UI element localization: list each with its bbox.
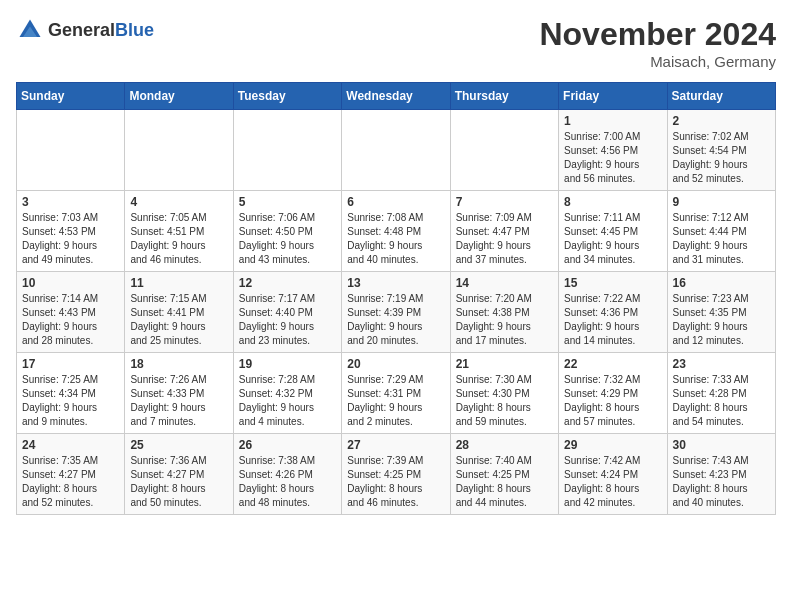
calendar-week-1: 1Sunrise: 7:00 AM Sunset: 4:56 PM Daylig… [17, 110, 776, 191]
calendar-day: 21Sunrise: 7:30 AM Sunset: 4:30 PM Dayli… [450, 353, 558, 434]
column-header-friday: Friday [559, 83, 667, 110]
calendar-day: 30Sunrise: 7:43 AM Sunset: 4:23 PM Dayli… [667, 434, 775, 515]
calendar-day [233, 110, 341, 191]
calendar-day: 23Sunrise: 7:33 AM Sunset: 4:28 PM Dayli… [667, 353, 775, 434]
day-info: Sunrise: 7:36 AM Sunset: 4:27 PM Dayligh… [130, 454, 227, 510]
day-info: Sunrise: 7:09 AM Sunset: 4:47 PM Dayligh… [456, 211, 553, 267]
calendar-day: 12Sunrise: 7:17 AM Sunset: 4:40 PM Dayli… [233, 272, 341, 353]
calendar-day: 22Sunrise: 7:32 AM Sunset: 4:29 PM Dayli… [559, 353, 667, 434]
day-info: Sunrise: 7:03 AM Sunset: 4:53 PM Dayligh… [22, 211, 119, 267]
day-number: 20 [347, 357, 444, 371]
day-info: Sunrise: 7:29 AM Sunset: 4:31 PM Dayligh… [347, 373, 444, 429]
calendar-day [17, 110, 125, 191]
day-number: 29 [564, 438, 661, 452]
page-header: GeneralBlue November 2024 Maisach, Germa… [16, 16, 776, 70]
day-info: Sunrise: 7:23 AM Sunset: 4:35 PM Dayligh… [673, 292, 770, 348]
day-number: 30 [673, 438, 770, 452]
column-header-tuesday: Tuesday [233, 83, 341, 110]
day-info: Sunrise: 7:32 AM Sunset: 4:29 PM Dayligh… [564, 373, 661, 429]
column-header-wednesday: Wednesday [342, 83, 450, 110]
day-number: 23 [673, 357, 770, 371]
calendar-day: 25Sunrise: 7:36 AM Sunset: 4:27 PM Dayli… [125, 434, 233, 515]
day-number: 11 [130, 276, 227, 290]
calendar-day: 19Sunrise: 7:28 AM Sunset: 4:32 PM Dayli… [233, 353, 341, 434]
calendar-day: 28Sunrise: 7:40 AM Sunset: 4:25 PM Dayli… [450, 434, 558, 515]
calendar-day: 20Sunrise: 7:29 AM Sunset: 4:31 PM Dayli… [342, 353, 450, 434]
calendar-week-3: 10Sunrise: 7:14 AM Sunset: 4:43 PM Dayli… [17, 272, 776, 353]
day-number: 5 [239, 195, 336, 209]
day-info: Sunrise: 7:33 AM Sunset: 4:28 PM Dayligh… [673, 373, 770, 429]
day-number: 14 [456, 276, 553, 290]
day-number: 8 [564, 195, 661, 209]
day-info: Sunrise: 7:12 AM Sunset: 4:44 PM Dayligh… [673, 211, 770, 267]
title-block: November 2024 Maisach, Germany [539, 16, 776, 70]
calendar-day: 29Sunrise: 7:42 AM Sunset: 4:24 PM Dayli… [559, 434, 667, 515]
day-info: Sunrise: 7:43 AM Sunset: 4:23 PM Dayligh… [673, 454, 770, 510]
calendar-day: 11Sunrise: 7:15 AM Sunset: 4:41 PM Dayli… [125, 272, 233, 353]
day-number: 19 [239, 357, 336, 371]
calendar-day: 18Sunrise: 7:26 AM Sunset: 4:33 PM Dayli… [125, 353, 233, 434]
day-number: 7 [456, 195, 553, 209]
day-number: 17 [22, 357, 119, 371]
day-number: 10 [22, 276, 119, 290]
calendar-day: 16Sunrise: 7:23 AM Sunset: 4:35 PM Dayli… [667, 272, 775, 353]
day-number: 15 [564, 276, 661, 290]
day-info: Sunrise: 7:08 AM Sunset: 4:48 PM Dayligh… [347, 211, 444, 267]
column-header-thursday: Thursday [450, 83, 558, 110]
day-number: 24 [22, 438, 119, 452]
day-info: Sunrise: 7:11 AM Sunset: 4:45 PM Dayligh… [564, 211, 661, 267]
logo-icon [16, 16, 44, 44]
location-subtitle: Maisach, Germany [539, 53, 776, 70]
calendar-day: 14Sunrise: 7:20 AM Sunset: 4:38 PM Dayli… [450, 272, 558, 353]
calendar-day: 2Sunrise: 7:02 AM Sunset: 4:54 PM Daylig… [667, 110, 775, 191]
calendar-table: SundayMondayTuesdayWednesdayThursdayFrid… [16, 82, 776, 515]
calendar-day [450, 110, 558, 191]
calendar-day: 13Sunrise: 7:19 AM Sunset: 4:39 PM Dayli… [342, 272, 450, 353]
calendar-day: 6Sunrise: 7:08 AM Sunset: 4:48 PM Daylig… [342, 191, 450, 272]
logo: GeneralBlue [16, 16, 154, 44]
month-title: November 2024 [539, 16, 776, 53]
day-info: Sunrise: 7:05 AM Sunset: 4:51 PM Dayligh… [130, 211, 227, 267]
day-info: Sunrise: 7:30 AM Sunset: 4:30 PM Dayligh… [456, 373, 553, 429]
calendar-day: 9Sunrise: 7:12 AM Sunset: 4:44 PM Daylig… [667, 191, 775, 272]
calendar-day: 24Sunrise: 7:35 AM Sunset: 4:27 PM Dayli… [17, 434, 125, 515]
day-info: Sunrise: 7:35 AM Sunset: 4:27 PM Dayligh… [22, 454, 119, 510]
calendar-week-4: 17Sunrise: 7:25 AM Sunset: 4:34 PM Dayli… [17, 353, 776, 434]
day-number: 27 [347, 438, 444, 452]
day-info: Sunrise: 7:22 AM Sunset: 4:36 PM Dayligh… [564, 292, 661, 348]
column-header-sunday: Sunday [17, 83, 125, 110]
calendar-day: 17Sunrise: 7:25 AM Sunset: 4:34 PM Dayli… [17, 353, 125, 434]
day-number: 26 [239, 438, 336, 452]
day-info: Sunrise: 7:02 AM Sunset: 4:54 PM Dayligh… [673, 130, 770, 186]
day-number: 25 [130, 438, 227, 452]
calendar-week-2: 3Sunrise: 7:03 AM Sunset: 4:53 PM Daylig… [17, 191, 776, 272]
day-number: 9 [673, 195, 770, 209]
day-number: 16 [673, 276, 770, 290]
column-header-monday: Monday [125, 83, 233, 110]
calendar-day: 10Sunrise: 7:14 AM Sunset: 4:43 PM Dayli… [17, 272, 125, 353]
calendar-day [125, 110, 233, 191]
day-info: Sunrise: 7:40 AM Sunset: 4:25 PM Dayligh… [456, 454, 553, 510]
day-info: Sunrise: 7:26 AM Sunset: 4:33 PM Dayligh… [130, 373, 227, 429]
day-info: Sunrise: 7:06 AM Sunset: 4:50 PM Dayligh… [239, 211, 336, 267]
day-number: 6 [347, 195, 444, 209]
day-info: Sunrise: 7:28 AM Sunset: 4:32 PM Dayligh… [239, 373, 336, 429]
day-number: 18 [130, 357, 227, 371]
calendar-day: 1Sunrise: 7:00 AM Sunset: 4:56 PM Daylig… [559, 110, 667, 191]
day-info: Sunrise: 7:38 AM Sunset: 4:26 PM Dayligh… [239, 454, 336, 510]
day-info: Sunrise: 7:00 AM Sunset: 4:56 PM Dayligh… [564, 130, 661, 186]
logo-blue: Blue [115, 20, 154, 40]
logo-text: GeneralBlue [48, 20, 154, 41]
day-info: Sunrise: 7:15 AM Sunset: 4:41 PM Dayligh… [130, 292, 227, 348]
calendar-day: 8Sunrise: 7:11 AM Sunset: 4:45 PM Daylig… [559, 191, 667, 272]
day-number: 4 [130, 195, 227, 209]
day-number: 3 [22, 195, 119, 209]
day-number: 22 [564, 357, 661, 371]
calendar-week-5: 24Sunrise: 7:35 AM Sunset: 4:27 PM Dayli… [17, 434, 776, 515]
day-number: 28 [456, 438, 553, 452]
day-number: 21 [456, 357, 553, 371]
calendar-day: 7Sunrise: 7:09 AM Sunset: 4:47 PM Daylig… [450, 191, 558, 272]
calendar-day: 26Sunrise: 7:38 AM Sunset: 4:26 PM Dayli… [233, 434, 341, 515]
calendar-day: 27Sunrise: 7:39 AM Sunset: 4:25 PM Dayli… [342, 434, 450, 515]
calendar-day: 5Sunrise: 7:06 AM Sunset: 4:50 PM Daylig… [233, 191, 341, 272]
